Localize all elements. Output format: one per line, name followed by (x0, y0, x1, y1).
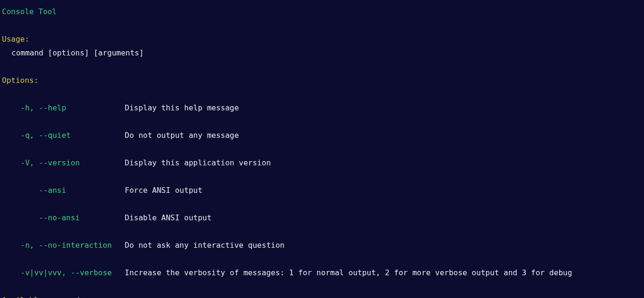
option-row: -h, --helpDisplay this help message (2, 87, 642, 115)
option-desc: Do not ask any interactive question (125, 241, 284, 250)
option-flag: --no-ansi (20, 211, 125, 225)
blank-line (2, 280, 642, 293)
option-row: -n, --no-interactionDo not ask any inter… (2, 225, 642, 252)
option-flag: -n, --no-interaction (20, 238, 125, 252)
options-heading: Options: (2, 73, 642, 87)
option-desc: Do not output any message (125, 131, 239, 140)
app-title: Console Tool (2, 5, 642, 18)
option-desc: Increase the verbosity of messages: 1 fo… (125, 268, 572, 277)
option-row: --ansiForce ANSI output (2, 170, 642, 197)
commands-heading: Available commands: (2, 293, 642, 298)
option-desc: Disable ANSI output (125, 213, 211, 222)
option-desc: Force ANSI output (125, 186, 202, 195)
option-row: -V, --versionDisplay this application ve… (2, 142, 642, 170)
usage-line: command [options] [arguments] (2, 46, 642, 60)
option-flag: -V, --version (20, 156, 125, 170)
option-flag: -v|vv|vvv, --verbose (20, 266, 125, 280)
usage-heading: Usage: (2, 32, 642, 46)
option-flag: -h, --help (20, 101, 125, 115)
option-row: -q, --quietDo not output any message (2, 115, 642, 142)
option-flag: --ansi (20, 183, 125, 197)
option-desc: Display this help message (125, 103, 239, 112)
option-flag: -q, --quiet (20, 128, 125, 142)
blank-line (2, 18, 642, 32)
blank-line (2, 60, 642, 73)
option-desc: Display this application version (125, 158, 271, 167)
option-row: -v|vv|vvv, --verboseIncrease the verbosi… (2, 252, 642, 280)
option-row: --no-ansiDisable ANSI output (2, 197, 642, 225)
